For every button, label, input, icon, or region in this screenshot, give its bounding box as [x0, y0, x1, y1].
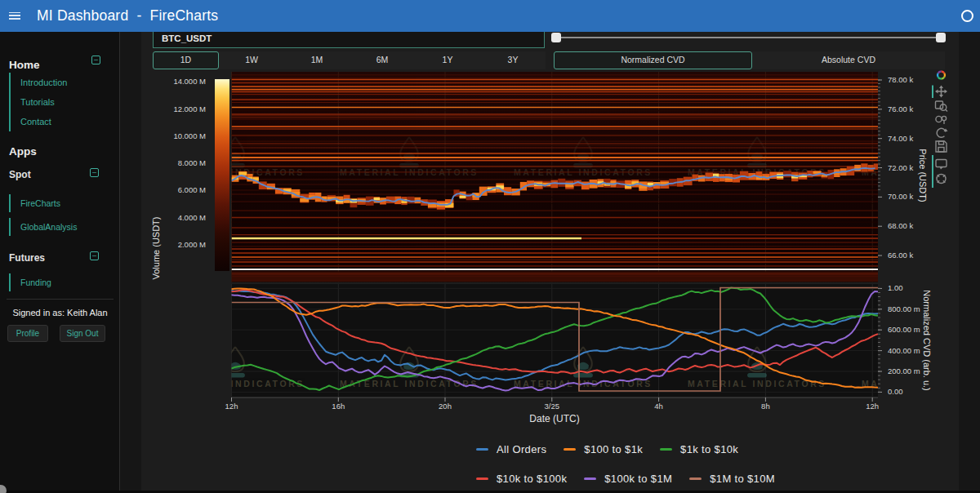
svg-text:200.00 m: 200.00 m [888, 366, 920, 375]
svg-text:8h: 8h [761, 402, 770, 411]
svg-text:3/25: 3/25 [545, 402, 560, 411]
svg-text:MATERIAL INDICATORS: MATERIAL INDICATORS [166, 379, 305, 389]
svg-text:4h: 4h [654, 402, 663, 411]
svg-text:66.00 k: 66.00 k [888, 251, 913, 260]
svg-text:Normalized CVD (arb. u.): Normalized CVD (arb. u.) [922, 290, 932, 390]
svg-text:14.000 M: 14.000 M [173, 77, 206, 86]
svg-text:68.00 k: 68.00 k [888, 221, 913, 230]
svg-text:2.000 M: 2.000 M [178, 240, 206, 249]
svg-text:12h: 12h [866, 402, 879, 411]
svg-text:72.00 k: 72.00 k [888, 163, 913, 172]
svg-text:Date (UTC): Date (UTC) [529, 413, 579, 424]
svg-text:1.00: 1.00 [888, 283, 903, 292]
svg-text:8.000 M: 8.000 M [178, 158, 206, 167]
svg-text:600.00 m: 600.00 m [888, 325, 920, 334]
svg-text:0.00: 0.00 [888, 387, 903, 396]
svg-text:74.00 k: 74.00 k [888, 134, 913, 143]
svg-text:70.00 k: 70.00 k [888, 192, 913, 201]
svg-text:76.00 k: 76.00 k [888, 104, 913, 113]
svg-text:6.000 M: 6.000 M [178, 185, 206, 194]
svg-text:Volume (USDT): Volume (USDT) [151, 216, 161, 279]
svg-text:16h: 16h [332, 402, 345, 411]
svg-text:400.00 m: 400.00 m [888, 346, 920, 355]
svg-text:10.000 M: 10.000 M [173, 131, 206, 140]
svg-text:78.00 k: 78.00 k [888, 75, 913, 84]
svg-text:4.000 M: 4.000 M [178, 213, 206, 222]
svg-text:800.00 m: 800.00 m [888, 304, 920, 313]
svg-text:20h: 20h [439, 402, 452, 411]
svg-text:12.000 M: 12.000 M [173, 104, 206, 113]
svg-text:Price (USDT): Price (USDT) [918, 149, 928, 202]
svg-text:12h: 12h [225, 402, 238, 411]
